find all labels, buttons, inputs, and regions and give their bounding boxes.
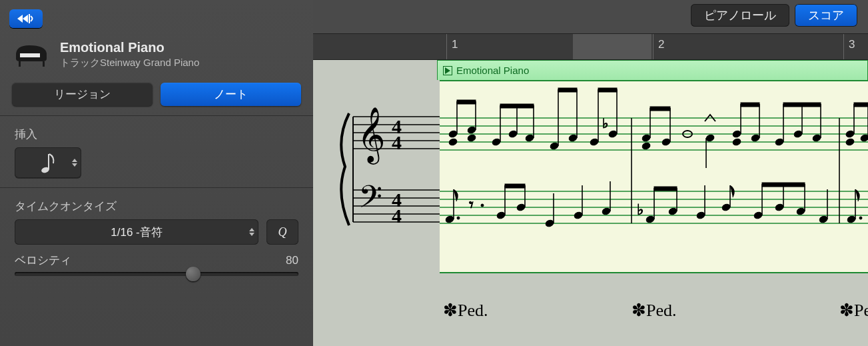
svg-rect-66	[741, 103, 759, 107]
svg-point-69	[793, 130, 803, 139]
ruler-tick	[653, 34, 653, 59]
svg-point-87	[516, 203, 526, 212]
track-title: Emotional Piano	[60, 40, 199, 55]
ruler-bar-number: 1	[452, 38, 458, 51]
svg-rect-101	[654, 187, 677, 191]
quantize-apply-button[interactable]: Q	[266, 219, 298, 245]
svg-rect-40	[500, 104, 534, 108]
catch-playhead-icon	[16, 13, 36, 25]
track-title-block: Emotional Piano トラックSteinway Grand Piano	[60, 40, 199, 69]
svg-point-117	[859, 217, 862, 219]
svg-rect-57	[650, 107, 670, 111]
quantize-value: 1/16 -音符	[111, 225, 162, 240]
velocity-slider-wrap	[0, 272, 313, 285]
divider	[0, 187, 313, 188]
svg-point-92	[574, 211, 583, 220]
svg-point-82	[457, 217, 460, 219]
region-header-bar[interactable]: Emotional Piano	[437, 60, 868, 80]
ruler-tick	[843, 34, 844, 59]
velocity-value: 80	[286, 254, 298, 267]
svg-marker-0	[17, 15, 23, 23]
svg-point-94	[602, 207, 611, 216]
svg-point-77	[860, 134, 868, 143]
eighth-note-icon	[40, 151, 56, 174]
svg-point-97	[646, 215, 655, 224]
score-pane: ピアノロール スコア 123	[313, 0, 868, 346]
track-header: Emotional Piano トラックSteinway Grand Piano	[0, 31, 313, 79]
pedal-mark: ✽Ped.	[632, 300, 677, 321]
catch-playhead-button[interactable]	[9, 9, 43, 28]
svg-point-48	[608, 130, 618, 139]
svg-marker-1	[23, 15, 28, 23]
svg-rect-5	[20, 53, 40, 57]
velocity-label: ベロシティ	[15, 253, 71, 268]
svg-text:♭: ♭	[637, 201, 644, 218]
tab-note[interactable]: ノート	[161, 83, 301, 106]
tab-piano-roll[interactable]: ピアノロール	[691, 4, 789, 27]
insert-label: 挿入	[0, 124, 313, 147]
svg-rect-3	[19, 61, 21, 67]
svg-point-55	[661, 138, 671, 147]
tab-score[interactable]: スコア	[795, 4, 857, 27]
inspector-panel: Emotional Piano トラックSteinway Grand Piano…	[0, 0, 313, 346]
track-subtitle-instrument: Steinway Grand Piano	[100, 57, 199, 68]
velocity-slider-thumb[interactable]	[186, 267, 201, 281]
svg-point-61	[732, 138, 741, 147]
svg-text:4: 4	[392, 205, 402, 227]
app-root: Emotional Piano トラックSteinway Grand Piano…	[0, 0, 868, 346]
score-body[interactable]: 𝄞 𝄢 4 4 4 4	[313, 60, 868, 346]
svg-rect-112	[762, 183, 805, 187]
svg-point-90	[545, 219, 554, 228]
quantize-label: タイムクオンタイズ	[0, 196, 313, 219]
velocity-row: ベロシティ 80	[0, 253, 313, 272]
svg-point-74	[845, 138, 855, 147]
svg-rect-73	[783, 103, 821, 107]
region-play-icon	[443, 66, 452, 75]
svg-point-106	[753, 211, 763, 220]
svg-point-46	[590, 138, 599, 147]
svg-text:𝄢: 𝄢	[358, 180, 382, 221]
insert-note-value-popup[interactable]	[15, 147, 81, 178]
cycle-range-highlight[interactable]	[573, 34, 651, 59]
svg-point-115	[847, 215, 856, 224]
svg-point-110	[796, 207, 805, 216]
region-note-segmented: リージョン ノート	[0, 79, 313, 115]
bar-ruler[interactable]: 123	[313, 33, 868, 60]
svg-point-27	[448, 138, 458, 147]
divider	[0, 115, 313, 116]
svg-point-52	[642, 142, 651, 151]
svg-point-108	[775, 203, 784, 212]
svg-point-80	[445, 215, 454, 224]
pedal-mark: ✽Ped.	[839, 300, 868, 321]
insert-row	[0, 147, 313, 187]
svg-rect-79	[854, 103, 868, 107]
svg-point-34	[492, 138, 501, 147]
track-subtitle: トラックSteinway Grand Piano	[60, 57, 199, 69]
svg-point-53	[642, 134, 651, 143]
svg-point-67	[775, 138, 784, 147]
inspector-top-row	[0, 5, 313, 31]
svg-point-38	[525, 134, 534, 143]
svg-point-36	[508, 130, 518, 139]
region-name: Emotional Piano	[456, 65, 529, 76]
staff-prefix: 𝄞 𝄢 4 4 4 4	[313, 80, 440, 273]
svg-rect-33	[457, 100, 476, 104]
svg-point-64	[751, 134, 760, 143]
svg-point-59	[705, 134, 715, 143]
svg-point-43	[568, 134, 578, 143]
svg-rect-51	[598, 88, 617, 92]
quantize-row: 1/16 -音符 Q	[0, 219, 313, 253]
grand-piano-icon	[13, 41, 51, 68]
svg-text:4: 4	[392, 131, 402, 153]
editor-view-tabs: ピアノロール スコア	[691, 4, 857, 27]
velocity-slider[interactable]	[15, 272, 298, 276]
svg-rect-7	[48, 154, 49, 169]
svg-point-62	[732, 130, 741, 139]
svg-point-85	[496, 211, 506, 220]
quantize-value-popup[interactable]: 1/16 -音符	[15, 219, 258, 245]
tab-region[interactable]: リージョン	[12, 83, 153, 106]
svg-rect-45	[558, 88, 577, 92]
stepper-icon	[72, 159, 77, 167]
svg-point-75	[845, 130, 855, 139]
svg-rect-89	[505, 184, 525, 188]
